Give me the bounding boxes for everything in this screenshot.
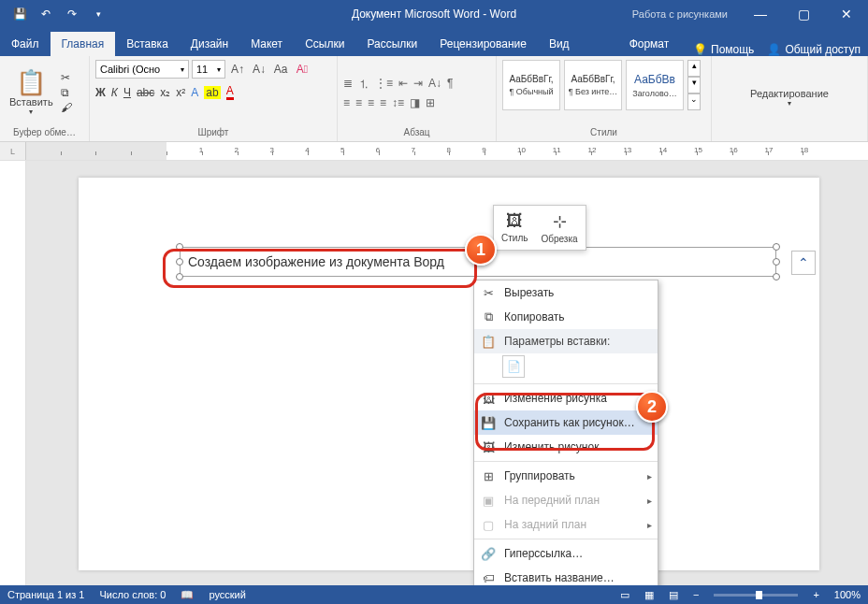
status-page[interactable]: Страница 1 из 1 [7,589,84,600]
link-icon: 🔗 [480,547,497,561]
bullets-icon[interactable]: ≣ [343,77,353,93]
layout-options-button[interactable]: ⌃ [791,251,816,275]
status-proof-icon[interactable]: 📖 [181,589,194,601]
menu-copy[interactable]: ⧉ Копировать [474,305,658,329]
zoom-slider[interactable] [714,594,798,597]
show-marks-icon[interactable]: ¶ [447,77,453,93]
sort-icon[interactable]: A↓ [428,77,441,93]
style-normal[interactable]: АаБбВвГг, ¶ Обычный [502,60,560,110]
change-picture-icon: 🖼 [480,440,497,454]
justify-icon[interactable]: ≡ [380,96,386,109]
styles-scroll[interactable]: ▴▾⌄ [687,60,701,110]
group-label-styles: Стили [502,125,705,137]
mini-style-button[interactable]: 🖼 Стиль [498,209,531,246]
qat-dropdown-icon[interactable]: ▾ [86,2,110,26]
tab-design[interactable]: Дизайн [180,32,239,56]
tab-review[interactable]: Рецензирование [428,32,538,56]
zoom-level[interactable]: 100% [834,589,861,600]
undo-icon[interactable]: ↶ [34,2,58,26]
font-color-icon[interactable]: A [226,84,234,100]
handle-w[interactable] [176,258,183,266]
menu-cut[interactable]: ✂ Вырезать [474,280,658,305]
group-label-clipboard: Буфер обме… [6,125,83,137]
save-icon[interactable]: 💾 [7,2,32,26]
line-spacing-icon[interactable]: ↕≡ [392,96,404,109]
tab-mailings[interactable]: Рассылки [355,32,428,56]
view-web-icon[interactable]: ▤ [669,589,678,601]
paste-button[interactable]: 📋 Вставить ▾ [6,68,57,118]
style-heading1[interactable]: АаБбВв Заголово… [626,60,684,110]
ruler-horizontal[interactable]: L 123456789101112131415161718 [0,142,868,161]
decrease-indent-icon[interactable]: ⇤ [398,77,408,93]
text-effects-icon[interactable]: A [191,86,198,99]
handle-se[interactable] [773,273,780,280]
format-painter-icon[interactable]: 🖌 [61,101,72,114]
align-right-icon[interactable]: ≡ [368,96,374,109]
shrink-font-icon[interactable]: A↓ [250,63,268,76]
underline-button[interactable]: Ч [123,86,131,99]
view-read-icon[interactable]: ▭ [620,589,629,601]
zoom-out-button[interactable]: − [693,589,699,600]
status-language[interactable]: русский [209,589,245,600]
status-words[interactable]: Число слов: 0 [99,589,166,600]
align-center-icon[interactable]: ≡ [355,96,362,109]
minimize-button[interactable]: — [739,0,782,28]
increase-indent-icon[interactable]: ⇥ [413,77,423,93]
change-case-icon[interactable]: Aa [271,63,290,76]
menu-bring-front: ▣ На передний план ▸ [474,488,658,512]
font-name-combo[interactable]: Calibri (Осно▾ [95,60,189,79]
zoom-in-button[interactable]: + [813,589,818,600]
font-size-combo[interactable]: 11▾ [192,60,225,79]
status-bar: Страница 1 из 1 Число слов: 0 📖 русский … [0,585,868,604]
tell-me[interactable]: 💡Помощь [693,43,754,56]
subscript-button[interactable]: x₂ [160,86,170,99]
menu-change-picture[interactable]: 🖼 Изменить рисунок… [474,435,658,459]
share-button[interactable]: 👤Общий доступ [767,43,861,56]
tab-layout[interactable]: Макет [239,32,294,56]
mini-crop-button[interactable]: ⊹ Обрезка [537,209,581,246]
paste-option-1[interactable]: 📄 [502,355,525,378]
superscript-button[interactable]: x² [176,86,185,99]
menu-save-as-picture[interactable]: 💾 Сохранить как рисунок… [474,410,658,435]
view-print-icon[interactable]: ▦ [644,589,654,601]
tab-file[interactable]: Файл [0,32,51,56]
page[interactable]: Создаем изображение из документа Ворд ⌃ [79,178,819,570]
callout-2: 2 [636,391,668,423]
numbering-icon[interactable]: ⒈ [358,77,369,93]
menu-group[interactable]: ⊞ Группировать ▸ [474,464,658,488]
style-no-spacing[interactable]: АаБбВвГг, ¶ Без инте… [564,60,622,110]
handle-ne[interactable] [773,243,780,251]
menu-hyperlink[interactable]: 🔗 Гиперссылка… [474,541,658,566]
maximize-button[interactable]: ▢ [782,0,825,28]
highlight-icon[interactable]: ab [204,86,220,99]
tab-references[interactable]: Ссылки [294,32,355,56]
ruler-vertical[interactable] [0,161,26,585]
multilevel-icon[interactable]: ⋮≡ [375,77,393,93]
align-left-icon[interactable]: ≡ [343,96,350,109]
group-clipboard: 📋 Вставить ▾ ✂ ⧉ 🖌 Буфер обме… [0,56,90,141]
close-button[interactable]: ✕ [825,0,868,28]
contextual-tab-title: Работа с рисунками [632,8,728,20]
tab-format[interactable]: Формат [618,32,681,56]
strike-button[interactable]: abc [137,86,154,99]
redo-icon[interactable]: ↷ [60,2,84,26]
grow-font-icon[interactable]: A↑ [228,63,247,76]
italic-button[interactable]: К [111,86,118,99]
handle-sw[interactable] [176,273,183,280]
cut-icon[interactable]: ✂ [61,71,72,84]
clear-format-icon[interactable]: A⃠ [293,63,311,76]
handle-e[interactable] [773,258,780,266]
borders-icon[interactable]: ⊞ [426,96,435,109]
menu-edit-picture[interactable]: 🖼 Изменение рисунка ▸ [474,386,658,410]
callout-1: 1 [465,234,497,266]
copy-icon[interactable]: ⧉ [61,86,72,99]
tab-home[interactable]: Главная [51,32,116,56]
bold-button[interactable]: Ж [95,86,106,99]
tab-view[interactable]: Вид [538,32,581,56]
menu-paste-options-label: 📋 Параметры вставки: [474,329,658,353]
editing-button[interactable]: Редактирование ▾ [746,86,832,109]
paste-options-row: 📄 [474,353,658,381]
handle-nw[interactable] [176,243,183,251]
shading-icon[interactable]: ◨ [410,96,420,109]
tab-insert[interactable]: Вставка [115,32,180,56]
